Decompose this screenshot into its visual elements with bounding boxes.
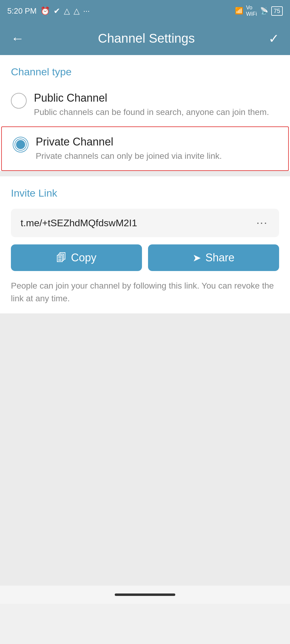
bottom-handle [115,593,175,596]
content-area: Channel type Public Channel Public chann… [0,55,290,313]
private-channel-text: Private Channel Private channels can onl… [36,136,277,162]
gray-background [0,313,290,586]
public-channel-label: Public Channel [34,92,279,104]
invite-link-header: Invite Link [11,185,279,201]
share-icon: ➤ [193,252,201,264]
status-bar-left: 5:20 PM ⏰ ✔ △ △ ··· [7,6,90,16]
status-time: 5:20 PM [7,6,37,16]
share-button[interactable]: ➤ Share [148,244,279,271]
channel-type-header: Channel type [0,55,290,83]
wifi-icon: 📡 [260,7,268,15]
copy-icon: 🗐 [56,252,67,264]
status-bar-right: 📶 VoWiFi 📡 75 [235,5,283,17]
nav-bar: ← Channel Settings ✓ [0,22,290,55]
invite-link-box: t.me/+tSEZhdMQfdswM2I1 ⋮ [11,209,279,237]
private-channel-label: Private Channel [36,136,277,148]
share-label: Share [205,251,234,264]
drive2-icon: △ [74,6,80,16]
bottom-bar [0,586,290,604]
private-channel-option[interactable]: Private Channel Private channels can onl… [1,126,289,171]
channel-type-section: Channel type Public Channel Public chann… [0,55,290,171]
more-icon: ··· [83,6,90,16]
section-divider [0,171,290,176]
vowifi-icon: VoWiFi [246,5,257,17]
check-icon: ✔ [54,6,60,16]
copy-button[interactable]: 🗐 Copy [11,244,142,271]
page-title: Channel Settings [24,31,269,46]
public-channel-text: Public Channel Public channels can be fo… [34,92,279,118]
invite-link-buttons: 🗐 Copy ➤ Share [11,244,279,271]
invite-link-info: People can join your channel by followin… [11,280,279,305]
invite-link-more-button[interactable]: ⋮ [254,217,269,229]
copy-label: Copy [71,251,96,264]
drive-icon: △ [64,6,70,16]
battery-indicator: 75 [271,6,283,16]
signal-icon: 📶 [235,7,243,15]
invite-link-value: t.me/+tSEZhdMQfdswM2I1 [21,217,254,229]
private-channel-radio[interactable] [13,137,28,152]
status-bar: 5:20 PM ⏰ ✔ △ △ ··· 📶 VoWiFi 📡 75 [0,0,290,22]
public-channel-option[interactable]: Public Channel Public channels can be fo… [0,83,290,126]
back-button[interactable]: ← [11,31,24,46]
invite-link-section: Invite Link t.me/+tSEZhdMQfdswM2I1 ⋮ 🗐 C… [0,176,290,313]
public-channel-desc: Public channels can be found in search, … [34,106,279,118]
public-channel-radio[interactable] [11,93,27,109]
private-channel-desc: Private channels can only be joined via … [36,150,277,162]
alarm-icon: ⏰ [40,6,50,16]
confirm-button[interactable]: ✓ [269,31,279,46]
